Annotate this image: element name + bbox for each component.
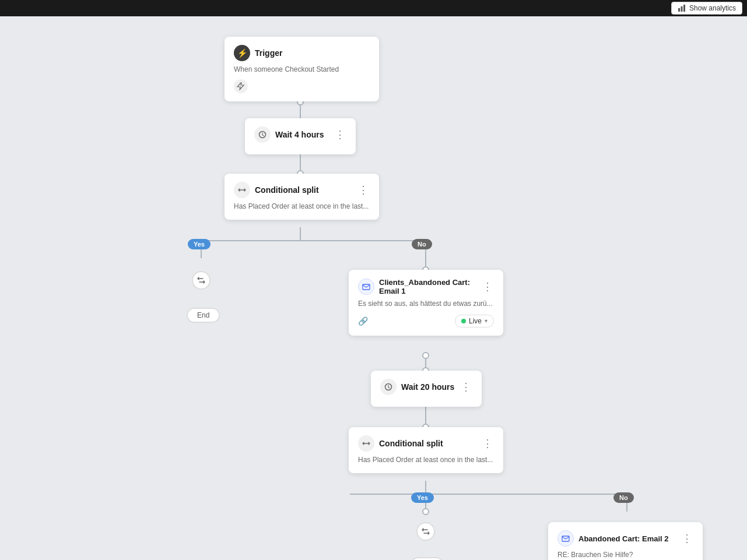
wait1-icon [254,126,271,143]
trigger-subtitle: When someone Checkout Started [234,65,370,75]
conditional1-node: Conditional split ⋮ Has Placed Order at … [225,174,379,220]
email2-subtitle: RE: Brauchen Sie Hilfe? [557,550,693,560]
email2-header: Abandoned Cart: Email 2 ⋮ [557,530,693,547]
email1-footer: 🔗 Live ▾ [358,315,494,327]
trigger-title-row: ⚡ Trigger [234,45,282,61]
conditional1-subtitle: Has Placed Order at least once in the la… [234,202,370,212]
no-label-1: No [412,239,432,249]
email1-attachment-icon: 🔗 [358,316,368,326]
conditional2-subtitle: Has Placed Order at least once in the la… [358,455,494,465]
wait2-title: Wait 20 hours [401,382,454,392]
end-node-1: End [187,308,220,323]
email1-icon [358,279,374,295]
svg-rect-2 [683,5,685,12]
email2-icon [557,530,574,547]
wait1-more-button[interactable]: ⋮ [334,129,346,140]
wait2-more-button[interactable]: ⋮ [460,382,472,392]
swap-node-2[interactable] [416,522,435,541]
conditional1-header: Conditional split ⋮ [234,182,370,198]
email2-title: Abandoned Cart: Email 2 [578,534,669,543]
end-node-2: End [411,557,444,560]
no-label-2: No [613,492,634,503]
email1-live-badge[interactable]: Live ▾ [455,315,494,327]
wait2-icon [380,379,397,395]
trigger-icon: ⚡ [234,45,250,61]
show-analytics-button[interactable]: Show analytics [671,2,742,15]
conditional1-title: Conditional split [255,185,319,195]
trigger-title: Trigger [255,48,282,58]
email1-subtitle: Es sieht so aus, als hättest du etwas zu… [358,299,494,309]
svg-rect-1 [681,6,682,12]
wait1-title-row: Wait 4 hours [254,126,324,143]
wait2-title-row: Wait 20 hours [380,379,454,395]
email1-node: Clients_Abandoned Cart: Email 1 ⋮ Es sie… [349,270,503,336]
email1-title-row: Clients_Abandoned Cart: Email 1 [358,278,481,295]
email2-title-row: Abandoned Cart: Email 2 [557,530,669,547]
live-chevron-icon: ▾ [485,318,488,324]
wait1-title: Wait 4 hours [275,130,324,139]
email2-node: Abandoned Cart: Email 2 ⋮ RE: Brauchen S… [548,522,703,560]
conditional2-title-row: Conditional split [358,435,443,452]
conditional1-title-row: Conditional split [234,182,319,198]
bar-chart-icon [678,4,686,12]
conditional2-more-button[interactable]: ⋮ [481,438,494,449]
conditional2-header: Conditional split ⋮ [358,435,494,452]
yes-label-1: Yes [188,239,211,249]
trigger-node: ⚡ Trigger When someone Checkout Started [225,37,379,101]
trigger-header: ⚡ Trigger [234,45,370,61]
swap-node-1[interactable] [192,271,211,290]
conditional1-more-button[interactable]: ⋮ [357,185,370,195]
conditional2-title: Conditional split [379,439,443,448]
trigger-sub-icon [234,79,248,93]
wait1-header: Wait 4 hours ⋮ [254,126,346,143]
wait2-header: Wait 20 hours ⋮ [380,379,472,395]
show-analytics-label: Show analytics [689,4,736,12]
svg-rect-0 [678,8,680,12]
email1-header: Clients_Abandoned Cart: Email 1 ⋮ [358,278,494,295]
svg-point-21 [423,353,429,358]
live-dot [461,319,466,323]
conditional2-icon [358,435,374,452]
email2-more-button[interactable]: ⋮ [681,533,693,544]
top-bar: Show analytics [0,0,747,16]
wait2-node: Wait 20 hours ⋮ [371,371,482,407]
wait1-node: Wait 4 hours ⋮ [245,118,356,154]
email1-more-button[interactable]: ⋮ [481,281,494,292]
conditional1-icon [234,182,250,198]
yes-label-2: Yes [411,492,434,503]
email1-title: Clients_Abandoned Cart: Email 1 [379,278,481,295]
svg-point-25 [423,509,429,515]
conditional2-node: Conditional split ⋮ Has Placed Order at … [349,427,503,473]
email1-status: Live [469,317,482,325]
trigger-icon-row [234,79,370,93]
workflow-canvas: ⚡ Trigger When someone Checkout Started [0,16,747,560]
